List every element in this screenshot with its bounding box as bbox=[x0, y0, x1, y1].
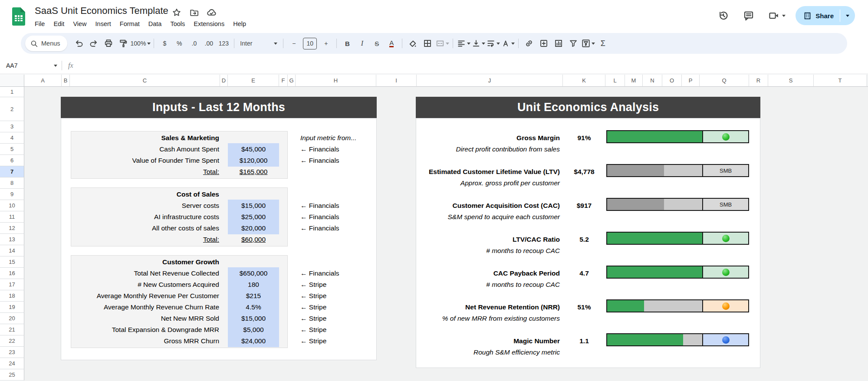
input-label-cell[interactable]: All other costs of sales bbox=[74, 223, 219, 234]
input-source-cell[interactable]: ← Stripe bbox=[300, 302, 376, 313]
input-label-cell[interactable]: Average Monthly Revenue Per Customer bbox=[74, 290, 219, 302]
input-value-cell[interactable]: $24,000 bbox=[228, 335, 279, 347]
input-label-cell[interactable]: # New Customers Acquired bbox=[74, 279, 219, 290]
text-rotation-button[interactable] bbox=[500, 36, 515, 51]
input-value-cell[interactable]: $20,000 bbox=[228, 223, 279, 234]
row-header-6[interactable]: 6 bbox=[0, 155, 24, 166]
row-header-1[interactable]: 1 bbox=[0, 87, 24, 97]
row-header-14[interactable]: 14 bbox=[0, 245, 24, 256]
increase-decimal-button[interactable]: .00 bbox=[201, 36, 216, 51]
increase-font-size-button[interactable]: + bbox=[319, 36, 333, 51]
merge-cells-button[interactable] bbox=[435, 36, 450, 51]
input-source-cell[interactable]: ← Stripe bbox=[300, 279, 376, 290]
column-header-P[interactable]: P bbox=[682, 75, 700, 87]
column-header-N[interactable]: N bbox=[643, 75, 662, 87]
column-header-B[interactable]: B bbox=[62, 75, 70, 87]
input-source-cell[interactable]: ← Stripe bbox=[300, 335, 376, 347]
total-label-cell[interactable]: Total: bbox=[74, 166, 219, 177]
input-value-cell[interactable]: $45,000 bbox=[228, 144, 279, 155]
input-source-cell[interactable]: ← Financials bbox=[300, 144, 376, 155]
input-label-cell[interactable]: AI infrastructure costs bbox=[74, 211, 219, 223]
metric-label-cell[interactable]: Net Revenue Retention (NRR) bbox=[417, 302, 560, 313]
input-label-cell[interactable]: Net New MRR Sold bbox=[74, 313, 219, 324]
redo-button[interactable] bbox=[86, 36, 101, 51]
text-color-button[interactable]: A bbox=[389, 39, 394, 47]
fill-color-button[interactable] bbox=[405, 36, 420, 51]
format-percent-button[interactable]: % bbox=[172, 36, 187, 51]
text-wrap-dropdown-icon[interactable] bbox=[496, 43, 500, 45]
share-dropdown[interactable] bbox=[840, 10, 855, 22]
number-format-button[interactable]: 123 bbox=[216, 36, 231, 51]
metric-label-cell[interactable]: CAC Payback Period bbox=[417, 268, 560, 279]
metric-value-cell[interactable]: 51% bbox=[563, 302, 605, 313]
column-header-T[interactable]: T bbox=[814, 75, 867, 87]
row-header-15[interactable]: 15 bbox=[0, 256, 24, 268]
input-source-cell[interactable]: ← Financials bbox=[300, 268, 376, 279]
text-rotation-dropdown-icon[interactable] bbox=[511, 43, 515, 45]
row-header-7[interactable]: 7 bbox=[0, 166, 24, 177]
input-label-cell[interactable]: Average Monthly Revenue Churn Rate bbox=[74, 302, 219, 313]
filter-views-button[interactable] bbox=[581, 36, 595, 51]
input-source-cell[interactable]: ← Financials bbox=[300, 155, 376, 166]
row-header-12[interactable]: 12 bbox=[0, 223, 24, 234]
bold-button[interactable]: B bbox=[340, 36, 355, 51]
version-history-icon[interactable] bbox=[714, 6, 733, 25]
menu-insert[interactable]: Insert bbox=[91, 19, 115, 29]
vertical-align-button[interactable] bbox=[471, 36, 486, 51]
document-title[interactable]: SaaS Unit Economics Template bbox=[35, 5, 168, 16]
menu-format[interactable]: Format bbox=[115, 19, 144, 29]
menu-edit[interactable]: Edit bbox=[49, 19, 69, 29]
font-select[interactable]: Inter bbox=[237, 36, 280, 51]
strikethrough-button[interactable]: S bbox=[369, 36, 384, 51]
name-box-dropdown-icon[interactable] bbox=[54, 65, 57, 67]
section-title-cell[interactable]: Customer Growth bbox=[74, 256, 219, 268]
input-source-cell[interactable]: ← Financials bbox=[300, 200, 376, 211]
row-header-11[interactable]: 11 bbox=[0, 211, 24, 223]
horizontal-align-dropdown-icon[interactable] bbox=[467, 43, 470, 45]
share-button[interactable]: Share bbox=[796, 6, 855, 25]
horizontal-align-button[interactable] bbox=[456, 36, 471, 51]
row-header-18[interactable]: 18 bbox=[0, 290, 24, 302]
row-header-2[interactable]: 2 bbox=[0, 97, 24, 121]
input-source-cell[interactable]: ← Stripe bbox=[300, 324, 376, 335]
row-header-20[interactable]: 20 bbox=[0, 313, 24, 324]
column-header-H[interactable]: H bbox=[296, 75, 376, 87]
input-value-cell[interactable]: $25,000 bbox=[228, 211, 279, 223]
input-value-cell[interactable]: $215 bbox=[228, 290, 279, 302]
input-label-cell[interactable]: Cash Amount Spent bbox=[74, 144, 219, 155]
metric-subtitle-cell[interactable]: S&M spend to acquire each customer bbox=[417, 211, 560, 223]
menu-view[interactable]: View bbox=[69, 19, 91, 29]
comments-icon[interactable] bbox=[739, 6, 758, 25]
column-header-F[interactable]: F bbox=[279, 75, 288, 87]
name-box[interactable]: AA7 bbox=[0, 62, 57, 69]
column-header-Q[interactable]: Q bbox=[700, 75, 749, 87]
row-header-23[interactable]: 23 bbox=[0, 347, 24, 358]
input-label-cell[interactable]: Total Net Revenue Collected bbox=[74, 268, 219, 279]
input-value-cell[interactable]: 180 bbox=[228, 279, 279, 290]
metric-subtitle-cell[interactable]: % of new MRR from existing customers bbox=[417, 313, 560, 324]
text-wrap-button[interactable] bbox=[486, 36, 500, 51]
section-title-cell[interactable]: Cost of Sales bbox=[74, 189, 219, 200]
input-value-cell[interactable]: 4.5% bbox=[228, 302, 279, 313]
input-value-cell[interactable]: $120,000 bbox=[228, 155, 279, 166]
row-header-16[interactable]: 16 bbox=[0, 268, 24, 279]
metric-value-cell[interactable]: 4.7 bbox=[563, 268, 605, 279]
metric-value-cell[interactable]: 1.1 bbox=[563, 335, 605, 347]
functions-button[interactable]: Σ bbox=[595, 36, 610, 51]
sheets-logo[interactable] bbox=[11, 7, 26, 26]
zoom-select[interactable]: 100% bbox=[131, 36, 151, 51]
insert-chart-button[interactable] bbox=[551, 36, 566, 51]
input-label-cell[interactable]: Value of Founder Time Spent bbox=[74, 155, 219, 166]
move-folder-icon[interactable] bbox=[188, 7, 200, 18]
input-source-cell[interactable]: ← Stripe bbox=[300, 290, 376, 302]
column-header-C[interactable]: C bbox=[70, 75, 220, 87]
insert-comment-button[interactable] bbox=[536, 36, 551, 51]
decrease-font-size-button[interactable]: − bbox=[286, 36, 301, 51]
metric-label-cell[interactable]: Estimated Customer Lifetime Value (LTV) bbox=[417, 166, 560, 177]
input-source-cell[interactable]: ← Financials bbox=[300, 211, 376, 223]
star-icon[interactable] bbox=[171, 7, 182, 18]
column-header-L[interactable]: L bbox=[605, 75, 625, 87]
format-currency-button[interactable]: $ bbox=[157, 36, 172, 51]
input-value-cell[interactable]: $650,000 bbox=[228, 268, 279, 279]
menus-search-button[interactable]: Menus bbox=[25, 36, 67, 51]
